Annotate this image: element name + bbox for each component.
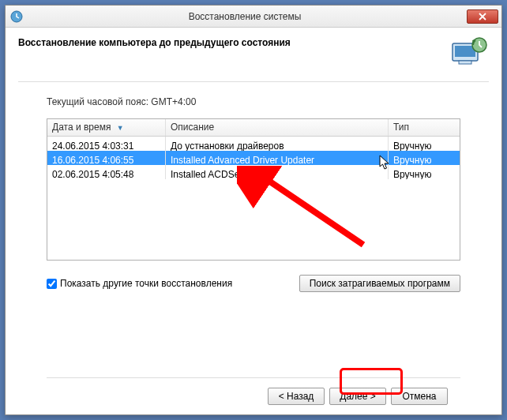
cell-date: 24.06.2015 4:03:31 [47, 137, 166, 151]
col-header-date[interactable]: Дата и время ▼ [47, 119, 166, 136]
titlebar: Восстановление системы [6, 6, 501, 28]
cell-type: Вручную [389, 165, 460, 179]
restore-title-icon [10, 10, 23, 23]
cell-type: Вручную [389, 151, 460, 165]
divider [18, 81, 489, 82]
col-header-type[interactable]: Тип [389, 119, 460, 136]
col-header-date-label: Дата и время [52, 122, 111, 133]
cancel-button[interactable]: Отмена [391, 388, 448, 405]
show-more-label: Показать другие точки восстановления [60, 278, 232, 289]
table-row[interactable]: 16.06.2015 4:06:55 Installed Advanced Dr… [47, 151, 460, 165]
timezone-label: Текущий часовой пояс: GMT+4:00 [47, 96, 460, 107]
cell-date: 16.06.2015 4:06:55 [47, 151, 166, 165]
sort-desc-icon: ▼ [117, 124, 124, 132]
footer-buttons: < Назад Далее > Отмена [47, 377, 460, 405]
page-header: Восстановление компьютера до предыдущего… [18, 37, 451, 48]
options-row: Показать другие точки восстановления Пои… [47, 275, 460, 292]
show-more-checkbox[interactable]: Показать другие точки восстановления [47, 278, 232, 289]
cell-date: 02.06.2015 4:05:48 [47, 165, 166, 179]
cell-desc: До устнановки драйверов [166, 137, 389, 151]
svg-rect-3 [459, 61, 471, 64]
scan-affected-button[interactable]: Поиск затрагиваемых программ [299, 275, 460, 292]
table-body: 24.06.2015 4:03:31 До устнановки драйвер… [47, 137, 460, 179]
table-row[interactable]: 02.06.2015 4:05:48 Installed ACDSee Pro … [47, 165, 460, 179]
restore-computer-icon [451, 37, 489, 70]
show-more-checkbox-input[interactable] [47, 279, 57, 289]
back-button[interactable]: < Назад [268, 388, 325, 405]
wizard-window: Восстановление системы Восстановление ко… [5, 5, 502, 415]
close-icon [479, 13, 486, 21]
content-area: Восстановление компьютера до предыдущего… [6, 28, 501, 414]
table-row[interactable]: 24.06.2015 4:03:31 До устнановки драйвер… [47, 137, 460, 151]
col-header-desc[interactable]: Описание [166, 119, 389, 136]
close-button[interactable] [467, 9, 498, 24]
window-title: Восстановление системы [23, 11, 467, 22]
restore-points-table: Дата и время ▼ Описание Тип 24.06.2015 4… [47, 118, 460, 261]
cell-type: Вручную [389, 137, 460, 151]
next-button[interactable]: Далее > [329, 388, 386, 405]
cell-desc: Installed ACDSee Pro 8 [166, 165, 389, 179]
table-header: Дата и время ▼ Описание Тип [47, 119, 460, 137]
cell-desc: Installed Advanced Driver Updater [166, 151, 389, 165]
